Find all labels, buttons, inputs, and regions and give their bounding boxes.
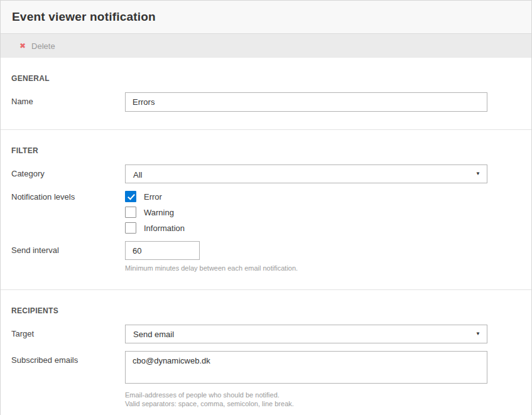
category-select-value: All: [133, 169, 142, 180]
delete-button-label: Delete: [31, 41, 55, 51]
chevron-down-icon: ▼: [475, 331, 480, 337]
name-row: Name: [11, 92, 487, 112]
warning-checkbox[interactable]: [125, 207, 136, 218]
page-title: Event viewer notification: [12, 10, 156, 24]
section-general: GENERAL Name: [1, 58, 531, 129]
category-row: Category All ▼: [11, 164, 487, 183]
target-select-value: Send email: [133, 328, 174, 339]
chevron-down-icon: ▼: [475, 171, 480, 176]
delete-x-icon: ✖: [19, 42, 26, 50]
error-checkbox-label: Error: [144, 192, 162, 202]
section-filter: FILTER Category All ▼ Notification level…: [1, 130, 531, 289]
category-label: Category: [11, 164, 125, 178]
subscribed-emails-help-line2: Valid separators: space, comma, semicolo…: [125, 400, 487, 409]
subscribed-emails-label: Subscribed emails: [11, 351, 125, 365]
subscribed-emails-help: Email-addresses of people who should be …: [125, 391, 487, 409]
subscribed-emails-help-line1: Email-addresses of people who should be …: [125, 391, 487, 400]
event-viewer-notification-page: Event viewer notification ✖ Delete GENER…: [0, 0, 532, 415]
notification-levels-row: Notification levels Error Warning Inform…: [11, 191, 487, 234]
delete-button[interactable]: ✖ Delete: [19, 41, 55, 51]
send-interval-label: Send interval: [11, 241, 125, 255]
warning-checkbox-label: Warning: [144, 208, 174, 217]
name-input[interactable]: [125, 92, 487, 112]
target-label: Target: [11, 325, 125, 338]
information-checkbox-label: Information: [144, 224, 185, 233]
recipients-section-header: RECIPIENTS: [11, 306, 487, 315]
name-label: Name: [11, 92, 125, 106]
target-row: Target Send email ▼: [11, 325, 487, 343]
subscribed-emails-row: Subscribed emails cbo@dynamicweb.dk Emai…: [11, 351, 487, 409]
filter-section-header: FILTER: [11, 146, 487, 155]
toolbar: ✖ Delete: [1, 34, 531, 58]
checkbox-row-warning: Warning: [125, 207, 487, 218]
send-interval-input[interactable]: [125, 241, 200, 260]
send-interval-help: Minimum minutes delay between each email…: [125, 264, 487, 273]
subscribed-emails-textarea[interactable]: cbo@dynamicweb.dk: [125, 351, 487, 384]
titlebar: Event viewer notification: [1, 1, 531, 34]
notification-levels-label: Notification levels: [11, 191, 125, 202]
error-checkbox[interactable]: [125, 191, 136, 202]
checkbox-row-information: Information: [125, 222, 487, 234]
category-select[interactable]: All ▼: [125, 164, 487, 183]
checkbox-row-error: Error: [125, 191, 487, 202]
send-interval-row: Send interval Minimum minutes delay betw…: [11, 241, 487, 273]
information-checkbox[interactable]: [125, 222, 136, 234]
section-recipients: RECIPIENTS Target Send email ▼ Subscribe…: [1, 290, 531, 415]
target-select[interactable]: Send email ▼: [125, 325, 487, 343]
general-section-header: GENERAL: [11, 74, 487, 83]
